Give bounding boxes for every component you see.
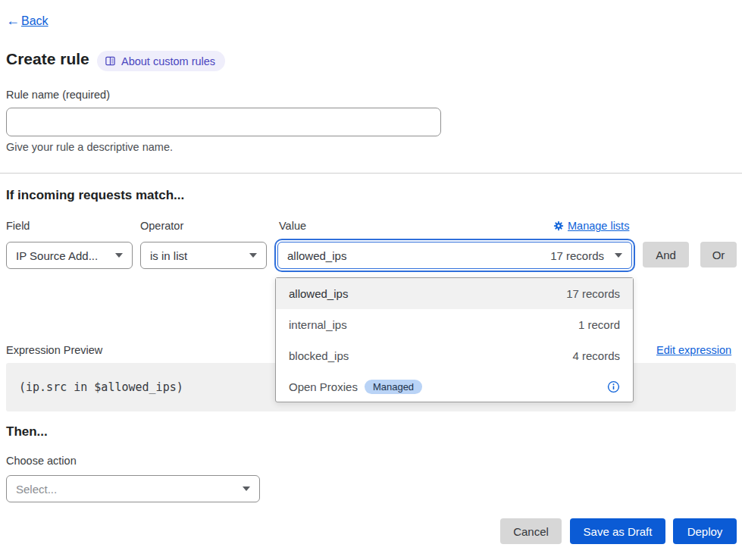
or-button[interactable]: Or	[700, 242, 737, 267]
field-select[interactable]: IP Source Add...	[6, 242, 133, 269]
book-icon	[105, 55, 116, 67]
field-label: Field	[6, 220, 30, 232]
match-section-heading: If incoming requests match...	[6, 188, 184, 203]
edit-expression-link[interactable]: Edit expression	[656, 344, 731, 356]
list-option-name: blocked_ips	[289, 349, 349, 362]
field-select-value: IP Source Add...	[16, 249, 115, 262]
list-option-allowed-ips[interactable]: allowed_ips 17 records	[276, 278, 633, 309]
list-option-record-count: 17 records	[566, 287, 620, 300]
info-icon[interactable]	[607, 380, 620, 393]
list-option-blocked-ips[interactable]: blocked_ips 4 records	[276, 340, 633, 371]
list-option-internal-ips[interactable]: internal_ips 1 record	[276, 309, 633, 340]
rule-name-input[interactable]	[6, 108, 441, 136]
list-option-name: internal_ips	[289, 318, 347, 331]
list-dropdown-menu: allowed_ips 17 records internal_ips 1 re…	[275, 277, 634, 402]
create-rule-page: ← Back Create rule About custom rules Ru…	[0, 0, 742, 560]
managed-badge: Managed	[365, 380, 422, 394]
value-select-value: allowed_ips	[287, 249, 550, 262]
choose-action-label: Choose action	[6, 455, 77, 467]
list-option-open-proxies[interactable]: Open Proxies Managed	[276, 371, 633, 402]
list-option-name: Open Proxies	[289, 380, 358, 393]
list-option-record-count: 4 records	[572, 349, 620, 362]
operator-select-value: is in list	[150, 249, 249, 262]
cancel-button[interactable]: Cancel	[500, 518, 562, 544]
manage-lists-link[interactable]: Manage lists	[553, 220, 629, 232]
about-badge-label: About custom rules	[121, 55, 215, 67]
expression-code-text: (ip.src in $allowed_ips)	[19, 380, 183, 394]
value-label: Value	[279, 220, 306, 232]
chevron-down-icon	[243, 486, 250, 491]
back-link[interactable]: ← Back	[6, 13, 49, 29]
value-select[interactable]: allowed_ips 17 records	[277, 242, 632, 269]
chevron-down-icon	[115, 253, 123, 258]
then-section-heading: Then...	[6, 424, 48, 440]
list-option-record-count: 1 record	[578, 318, 620, 331]
back-arrow-icon: ←	[6, 13, 20, 29]
page-title: Create rule	[6, 50, 89, 68]
list-option-name: allowed_ips	[289, 287, 348, 300]
gear-icon	[553, 221, 564, 231]
action-select-placeholder: Select...	[16, 483, 243, 496]
and-button[interactable]: And	[643, 242, 689, 267]
section-divider	[0, 173, 742, 174]
operator-label: Operator	[140, 220, 183, 232]
operator-select[interactable]: is in list	[140, 242, 267, 269]
rule-name-helper: Give your rule a descriptive name.	[6, 141, 173, 153]
action-select[interactable]: Select...	[6, 475, 260, 502]
about-custom-rules-link[interactable]: About custom rules	[97, 51, 225, 71]
back-link-label: Back	[21, 14, 49, 28]
value-select-record-count: 17 records	[550, 249, 604, 262]
chevron-down-icon	[249, 253, 257, 258]
chevron-down-icon	[615, 253, 622, 258]
save-as-draft-button[interactable]: Save as Draft	[570, 518, 665, 544]
deploy-button[interactable]: Deploy	[673, 518, 737, 544]
expression-preview-label: Expression Preview	[6, 344, 102, 356]
rule-name-label: Rule name (required)	[6, 89, 110, 101]
manage-lists-label: Manage lists	[568, 220, 629, 232]
